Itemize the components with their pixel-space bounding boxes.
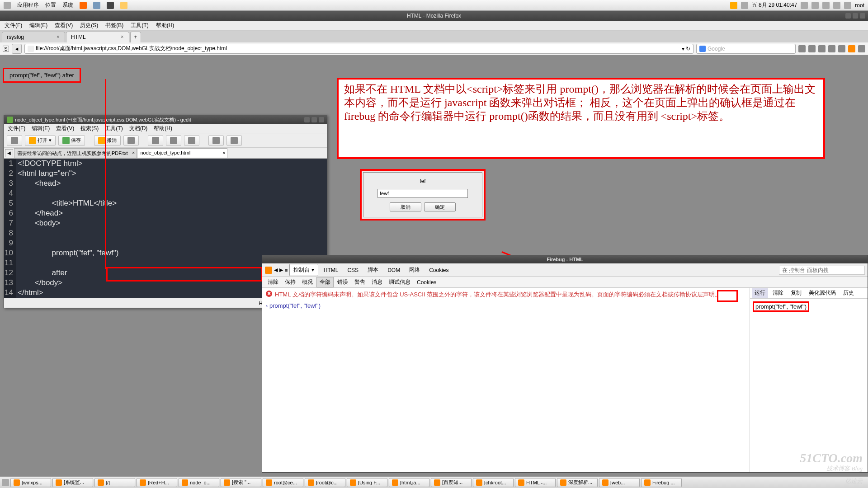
sub-all[interactable]: 全部 [316,277,334,287]
files-launcher-icon[interactable] [93,2,100,9]
clock[interactable]: 五 8月 29 01:40:47 [752,1,797,9]
panel-apps[interactable]: 应用程序 [17,1,39,9]
firebug-search-input[interactable] [779,266,865,275]
addon-icon[interactable] [838,45,845,52]
tab-cookies[interactable]: Cookies [425,265,452,275]
downloads-icon[interactable] [798,45,806,52]
btn-run[interactable]: 运行 [752,288,768,298]
display-icon[interactable] [844,2,851,9]
task-item[interactable]: [Red+H... [137,478,177,487]
sub-debug[interactable]: 调试信息 [386,277,413,287]
menu-history[interactable]: 历史(S) [80,22,98,29]
min-button[interactable] [304,117,310,122]
prompt-input[interactable] [377,189,468,198]
close-icon[interactable]: × [121,34,126,39]
close-icon[interactable]: × [57,34,62,39]
feed-icon[interactable] [828,45,835,52]
cut-button[interactable] [148,135,163,146]
ok-button[interactable]: 确定 [424,202,456,211]
show-desktop-icon[interactable] [2,479,9,486]
max-button[interactable] [311,117,317,122]
firebug-editor-textarea[interactable]: prompt("fef", "fewf") [750,299,868,472]
menu-help[interactable]: 帮助(H) [154,125,172,132]
btn-pretty[interactable]: 美化源代码 [806,288,839,298]
tab-console[interactable]: 控制台 ▾ [289,264,318,276]
fb-nav-prev[interactable]: ◀ [274,267,278,273]
tab-prev-button[interactable]: ◀ [5,149,13,157]
task-item[interactable]: [Using F... [347,478,387,487]
task-item[interactable]: [百度知... [431,478,472,487]
user-menu[interactable]: root [855,2,864,9]
menu-file[interactable]: 文件(F) [5,22,22,29]
menu-view[interactable]: 查看(V) [56,125,74,132]
menu-tools[interactable]: 工具(T) [131,22,148,29]
sub-clear[interactable]: 清除 [265,277,281,287]
menu-bookmarks[interactable]: 书签(B) [105,22,123,29]
menu-search[interactable]: 搜索(S) [80,125,99,132]
panel-system[interactable]: 系统 [62,1,73,9]
network-icon[interactable] [811,2,819,9]
open-button[interactable]: 打开 ▾ [25,135,56,146]
menu-icon[interactable] [858,45,865,52]
new-tab-button[interactable]: + [130,32,141,42]
task-item[interactable]: [root@c... [305,478,345,487]
menu-tools[interactable]: 工具(T) [105,125,123,132]
identity-icon[interactable]: S [3,46,9,52]
tab-html[interactable]: HTML [320,265,342,275]
home-icon[interactable] [808,45,816,52]
btn-history[interactable]: 历史 [840,288,857,298]
task-item[interactable]: [winxps... [10,478,51,487]
menu-edit[interactable]: 编辑(E) [32,125,50,132]
task-item[interactable]: Firebug ... [641,478,682,487]
update-icon[interactable] [741,2,748,9]
tab-rsyslog[interactable]: rsyslog× [2,32,65,42]
menu-edit[interactable]: 编辑(E) [29,22,47,29]
task-item[interactable]: [/] [94,478,135,487]
btn-copy[interactable]: 复制 [788,288,804,298]
battery-icon[interactable] [833,2,840,9]
tab-net[interactable]: 网络 [406,264,424,276]
max-button[interactable] [853,13,858,19]
menu-view[interactable]: 查看(V) [55,22,73,29]
tab-html[interactable]: HTML× [66,32,129,42]
redo-button[interactable] [123,135,139,146]
tab-dom[interactable]: DOM [384,265,404,275]
firebug-bug-icon[interactable] [265,267,272,274]
firebug-icon[interactable] [848,45,855,52]
firebug-console-output[interactable]: ✖ HTML 文档的字符编码未声明。如果该文件包含 US-ASCII 范围之外的… [262,288,750,472]
menu-docs[interactable]: 文档(D) [129,125,148,132]
bluetooth-icon[interactable] [801,2,808,9]
copy-button[interactable] [166,135,181,146]
find-button[interactable] [208,135,224,146]
task-item[interactable]: [html,ja... [389,478,429,487]
sub-cookies[interactable]: Cookies [414,278,439,286]
task-item[interactable]: 深度解析... [557,478,598,487]
menu-file[interactable]: 文件(F) [8,125,25,132]
undo-button[interactable]: 撤消 [94,135,121,146]
sub-profile[interactable]: 概况 [299,277,316,287]
tab-css[interactable]: CSS [344,265,362,275]
btn-clear[interactable]: 清除 [770,288,786,298]
sub-warnings[interactable]: 警告 [352,277,368,287]
search-box[interactable]: Google [696,44,796,54]
task-item[interactable]: HTML -... [515,478,556,487]
panel-places[interactable]: 位置 [45,1,56,9]
save-button[interactable]: 保存 [58,135,85,146]
close-button[interactable] [319,117,324,122]
gedit-tab-pdf[interactable]: 需要经常访问的站点，近期上机实践参考的PDF.txt× [14,148,137,158]
min-button[interactable] [845,13,851,19]
back-button[interactable]: ◄ [12,44,22,54]
weather-icon[interactable] [730,2,737,9]
close-icon[interactable]: × [222,150,225,155]
task-item[interactable]: node_o... [179,478,219,487]
tab-script[interactable]: 脚本 [364,264,382,276]
sub-persist[interactable]: 保持 [282,277,298,287]
firefox-launcher-icon[interactable] [80,2,87,9]
cancel-button[interactable]: 取消 [390,202,421,211]
url-bar[interactable]: file:///root/桌面/html,javascript,css,DOM,… [24,44,693,54]
replace-button[interactable] [226,135,242,146]
sub-info[interactable]: 消息 [369,277,385,287]
task-item[interactable]: [web... [599,478,640,487]
task-item[interactable]: [chkroot... [473,478,514,487]
sub-errors[interactable]: 错误 [335,277,351,287]
